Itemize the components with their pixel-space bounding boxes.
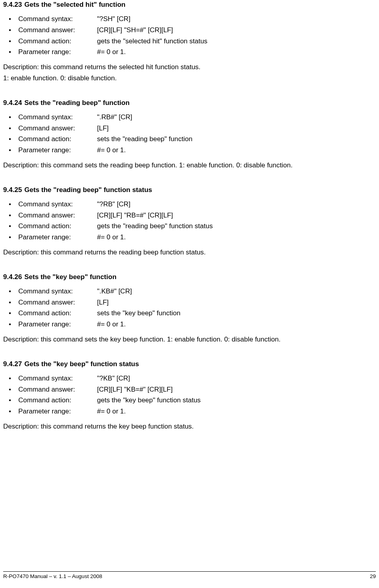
item-value: #= 0 or 1. [97, 47, 126, 57]
item-label: Command answer: [18, 124, 97, 133]
description-text: Description: this command returns the ke… [3, 422, 376, 431]
item-label: Command syntax: [18, 287, 97, 296]
item-label: Command action: [18, 309, 97, 318]
item-value: #= 0 or 1. [97, 320, 126, 329]
item-value: [CR][LF] "KB=#" [CR][LF] [97, 385, 173, 394]
section-heading: 9.4.24Sets the "reading beep" function [3, 99, 376, 107]
footer-doc-title: R-PO7470 Manual – v. 1.1 – August 2008 [3, 573, 102, 579]
list-item: Command action:gets the "selected hit" f… [18, 37, 376, 46]
item-value: "?KB" [CR] [97, 374, 130, 383]
list-item: Command answer:[CR][LF] "RB=#" [CR][LF] [18, 211, 376, 220]
item-label: Parameter range: [18, 320, 97, 329]
doc-section: 9.4.26Sets the "key beep" functionComman… [3, 273, 376, 344]
item-value: #= 0 or 1. [97, 407, 126, 416]
description-text: 1: enable function. 0: disable function. [3, 74, 376, 83]
item-label: Command action: [18, 396, 97, 405]
command-list: Command syntax:"?SH" [CR]Command answer:… [3, 14, 376, 57]
item-label: Command answer: [18, 211, 97, 220]
section-number: 9.4.26 [3, 273, 22, 281]
section-title: Gets the "key beep" function status [24, 360, 139, 368]
item-label: Parameter range: [18, 233, 97, 242]
list-item: Parameter range:#= 0 or 1. [18, 320, 376, 329]
item-label: Command syntax: [18, 200, 97, 209]
item-label: Command answer: [18, 385, 97, 394]
item-value: gets the "reading beep" function status [97, 221, 213, 231]
item-label: Command action: [18, 37, 97, 46]
list-item: Command syntax:"?KB" [CR] [18, 374, 376, 383]
item-value: gets the "selected hit" function status [97, 37, 208, 46]
page-footer: R-PO7470 Manual – v. 1.1 – August 2008 2… [3, 571, 376, 579]
list-item: Parameter range:#= 0 or 1. [18, 146, 376, 155]
item-label: Parameter range: [18, 407, 97, 416]
list-item: Command action:sets the "reading beep" f… [18, 134, 376, 144]
item-value: ".KB#" [CR] [97, 287, 132, 296]
section-title: Gets the "selected hit" function [24, 1, 125, 8]
section-number: 9.4.25 [3, 186, 22, 194]
list-item: Command syntax:"?SH" [CR] [18, 14, 376, 24]
item-value: "?SH" [CR] [97, 14, 130, 24]
item-label: Parameter range: [18, 146, 97, 155]
item-value: #= 0 or 1. [97, 146, 126, 155]
doc-section: 9.4.27Gets the "key beep" function statu… [3, 360, 376, 431]
section-title: Sets the "key beep" function [24, 273, 117, 281]
list-item: Command answer:[CR][LF] "KB=#" [CR][LF] [18, 385, 376, 394]
section-number: 9.4.24 [3, 99, 22, 107]
description-text: Description: this command sets the readi… [3, 161, 376, 170]
list-item: Command action:sets the "key beep" funct… [18, 309, 376, 318]
footer-page-number: 29 [370, 573, 376, 579]
item-label: Command syntax: [18, 14, 97, 24]
item-label: Parameter range: [18, 47, 97, 57]
description-text: Description: this command returns the se… [3, 62, 376, 72]
section-number: 9.4.23 [3, 1, 22, 9]
doc-section: 9.4.23Gets the "selected hit" functionCo… [3, 1, 376, 83]
list-item: Parameter range:#= 0 or 1. [18, 233, 376, 242]
item-label: Command action: [18, 134, 97, 144]
item-label: Command answer: [18, 298, 97, 307]
item-value: #= 0 or 1. [97, 233, 126, 242]
item-value: [LF] [97, 298, 109, 307]
item-value: [LF] [97, 124, 109, 133]
section-heading: 9.4.27Gets the "key beep" function statu… [3, 360, 376, 368]
item-value: [CR][LF] "RB=#" [CR][LF] [97, 211, 173, 220]
list-item: Command syntax:".RB#" [CR] [18, 113, 376, 122]
item-value: sets the "key beep" function [97, 309, 181, 318]
item-label: Command answer: [18, 25, 97, 35]
item-value: ".RB#" [CR] [97, 113, 132, 122]
section-heading: 9.4.26Sets the "key beep" function [3, 273, 376, 281]
item-label: Command syntax: [18, 113, 97, 122]
item-value: gets the "key beep" function status [97, 396, 201, 405]
section-title: Gets the "reading beep" function status [24, 186, 152, 194]
item-value: [CR][LF] "SH=#" [CR][LF] [97, 25, 173, 35]
section-title: Sets the "reading beep" function [24, 99, 130, 107]
command-list: Command syntax:".RB#" [CR]Command answer… [3, 113, 376, 155]
section-heading: 9.4.23Gets the "selected hit" function [3, 1, 376, 9]
list-item: Parameter range:#= 0 or 1. [18, 407, 376, 416]
list-item: Parameter range:#= 0 or 1. [18, 47, 376, 57]
command-list: Command syntax:"?RB" [CR]Command answer:… [3, 200, 376, 242]
command-list: Command syntax:"?KB" [CR]Command answer:… [3, 374, 376, 416]
list-item: Command answer:[LF] [18, 298, 376, 307]
list-item: Command syntax:"?RB" [CR] [18, 200, 376, 209]
section-heading: 9.4.25Gets the "reading beep" function s… [3, 186, 376, 194]
list-item: Command action:gets the "key beep" funct… [18, 396, 376, 405]
list-item: Command answer:[CR][LF] "SH=#" [CR][LF] [18, 25, 376, 35]
item-value: "?RB" [CR] [97, 200, 130, 209]
item-label: Command syntax: [18, 374, 97, 383]
list-item: Command answer:[LF] [18, 124, 376, 133]
description-text: Description: this command returns the re… [3, 248, 376, 257]
list-item: Command action:gets the "reading beep" f… [18, 221, 376, 231]
section-number: 9.4.27 [3, 360, 22, 368]
description-text: Description: this command sets the key b… [3, 335, 376, 344]
list-item: Command syntax:".KB#" [CR] [18, 287, 376, 296]
item-label: Command action: [18, 221, 97, 231]
command-list: Command syntax:".KB#" [CR]Command answer… [3, 287, 376, 329]
doc-section: 9.4.24Sets the "reading beep" functionCo… [3, 99, 376, 170]
doc-section: 9.4.25Gets the "reading beep" function s… [3, 186, 376, 257]
item-value: sets the "reading beep" function [97, 134, 192, 144]
